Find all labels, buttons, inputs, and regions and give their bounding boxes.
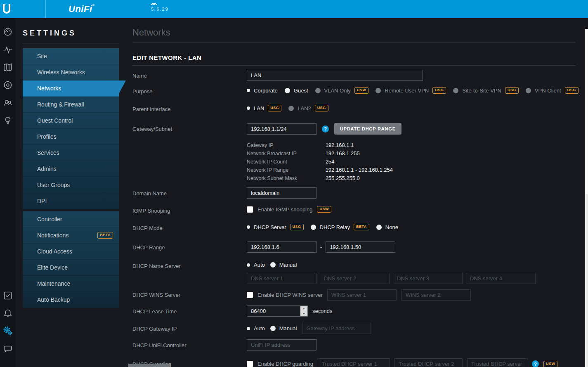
settings-heading: SETTINGS [23,29,76,38]
page-title: Networks [132,27,170,38]
radio-icon[interactable] [376,225,382,230]
scrollbar-thumb[interactable] [585,29,588,194]
sidebar-item-notifications[interactable]: BETANotifications [23,227,119,244]
info-row: Gateway IP 192.168.1.1 [247,142,393,150]
radio-option-vpn-client[interactable]: VPN Client USG [526,87,579,94]
dhcp-range-end-input[interactable] [326,242,395,253]
radio-icon[interactable] [270,326,276,331]
sidebar-item-networks[interactable]: Networks [23,81,119,97]
alerts-bell-icon[interactable] [2,308,13,319]
radio-option-dhcp-relay[interactable]: DHCP Relay BETA [311,224,369,230]
radio-option-lan[interactable]: LAN USG [247,105,281,111]
guarding-checkbox[interactable] [247,361,253,367]
dhcp-range-start-input[interactable] [247,242,316,253]
trusted-dhcp-server-1-input[interactable] [318,358,390,367]
stepper-down-icon[interactable]: ▼ [300,311,307,316]
insights-icon[interactable] [2,115,13,126]
radio-label: VPN Client [535,88,561,94]
events-icon[interactable] [2,290,13,301]
radio-option-auto[interactable]: Auto [247,262,265,268]
dns-server-4-input[interactable] [466,273,536,284]
radio-label: Guest [294,88,308,94]
sidebar-item-maintenance[interactable]: Maintenance [23,276,119,292]
igmp-checkbox-label: Enable IGMP snooping [257,206,312,213]
sidebar-item-elite-device[interactable]: Elite Device [23,260,119,276]
radio-selected-icon[interactable] [247,225,250,229]
registered-mark: ® [92,3,95,7]
sidebar-item-guest-control[interactable]: Guest Control [23,113,119,129]
dns-server-3-input[interactable] [393,273,463,284]
unifi-logo: UniFi® [68,3,95,14]
dns-server-1-input[interactable] [247,273,316,284]
radio-icon[interactable] [285,88,290,93]
radio-option-none[interactable]: None [376,224,398,230]
wins-server-2-input[interactable] [401,289,471,301]
version-label: 5.6.29 [151,7,169,12]
statistics-icon[interactable] [2,44,13,55]
name-input[interactable] [247,70,423,81]
map-icon[interactable] [2,62,13,73]
dashboard-icon[interactable] [2,26,13,37]
sidebar-item-admins[interactable]: Admins [23,161,119,177]
dns-server-2-input[interactable] [320,273,390,284]
info-label: Network IP Range [247,167,324,173]
unifi-ip-address-input[interactable] [247,339,316,350]
sidebar-item-auto-backup[interactable]: Auto Backup [23,292,119,308]
radio-selected-icon[interactable] [247,327,250,330]
radio-selected-icon[interactable] [247,107,250,110]
number-stepper[interactable]: ▲▼ [300,306,307,316]
help-icon[interactable]: ? [322,125,329,133]
sidebar-item-dpi[interactable]: DPI [23,193,119,209]
radio-option-auto[interactable]: Auto [247,325,265,331]
radio-option-manual[interactable]: Manual [270,262,297,268]
radio-option-lan2[interactable]: LAN2 USG [288,105,328,111]
radio-selected-icon[interactable] [247,263,250,267]
lease-time-value-input[interactable] [247,306,300,316]
radio-option-dhcp-server[interactable]: DHCP Server USG [247,224,304,230]
radio-icon[interactable] [270,262,276,268]
sidebar-item-routing-firewall[interactable]: Routing & Firewall [23,97,119,113]
radio-option-corporate[interactable]: Corporate [247,88,278,94]
chat-icon[interactable] [2,343,13,354]
sidebar-item-profiles[interactable]: Profiles [23,129,119,145]
radio-option-vlan-only[interactable]: VLAN Only USW [315,87,369,94]
domain-name-input[interactable] [247,187,316,199]
wins-server-1-input[interactable] [327,289,397,301]
main-content: Networks EDIT NETWORK - LAN Name Purpose… [132,18,576,367]
help-icon[interactable]: ? [532,360,539,367]
sidebar-item-controller[interactable]: Controller [23,211,119,227]
radio-label: Site-to-Site VPN [462,88,501,94]
gateway-subnet-input[interactable] [247,123,316,135]
devices-icon[interactable] [2,80,13,90]
sidebar-item-services[interactable]: Services [23,145,119,161]
stepper-up-icon[interactable]: ▲ [300,306,307,311]
update-dhcp-range-button[interactable]: UPDATE DHCP RANGE [334,123,401,135]
igmp-checkbox[interactable] [247,206,253,213]
trusted-dhcp-server-2-input[interactable] [394,358,463,367]
clients-icon[interactable] [2,97,13,108]
name-label: Name [132,73,147,79]
sidebar-item-site[interactable]: Site [23,48,119,64]
wins-checkbox[interactable] [247,292,253,298]
info-value: 192.168.1.255 [326,150,360,156]
topbar-divider [45,0,46,18]
scrollbar[interactable] [585,29,588,367]
radio-label: LAN [254,105,264,111]
dhcp-mode-label: DHCP Mode [132,225,163,231]
sidebar-item-cloud-access[interactable]: Cloud Access [23,244,119,260]
sidebar-item-user-groups[interactable]: User Groups [23,177,119,193]
radio-icon[interactable] [311,225,316,230]
radio-option-remote-user-vpn[interactable]: Remote User VPN USG [375,87,446,94]
gateway-ip-address-input[interactable] [302,323,371,334]
settings-gear-icon[interactable] [2,326,13,336]
settings-divider [23,43,119,43]
radio-option-site-to-site-vpn[interactable]: Site-to-Site VPN USG [453,87,519,94]
sidebar-item-wireless-networks[interactable]: Wireless Networks [23,64,119,81]
usw-badge: USW [543,361,558,367]
trusted-dhcp-server-3-input[interactable] [467,358,527,367]
settings-menu-group-1: Site Wireless Networks Networks Routing … [23,48,119,209]
radio-selected-icon[interactable] [247,89,250,92]
radio-option-manual[interactable]: Manual [270,325,297,331]
radio-option-guest[interactable]: Guest [285,88,308,94]
ubiquiti-logo-icon[interactable] [3,4,10,14]
